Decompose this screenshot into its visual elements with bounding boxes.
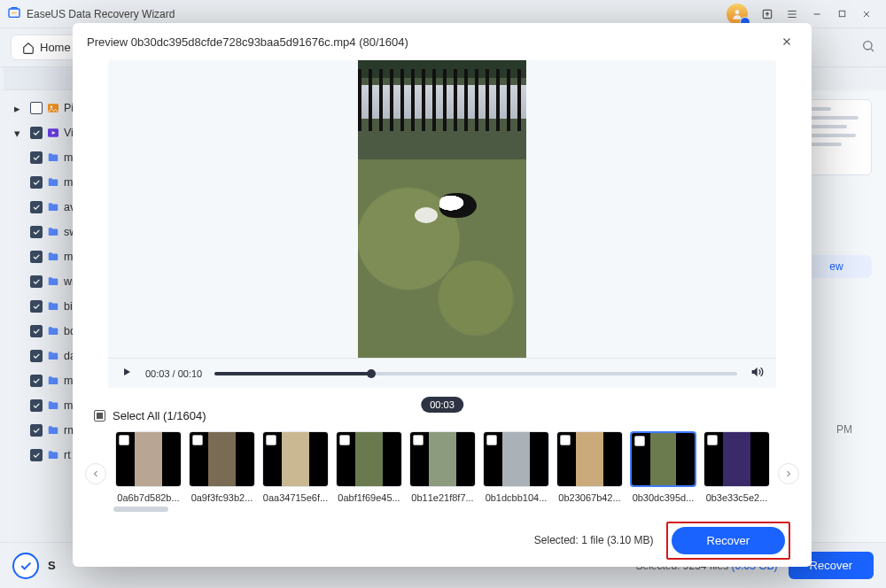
folder-icon [46,300,60,313]
seek-tooltip: 00:03 [421,397,463,413]
tree-checkbox[interactable] [30,399,43,412]
home-icon [22,42,35,54]
preview-modal: Preview 0b30dc395d8cfde728c93baa5d91676c… [73,23,812,567]
player-controls: 00:03 / 00:10 [108,358,776,388]
folder-icon [46,399,60,412]
thumb-checkbox[interactable] [266,435,276,445]
folder-icon [46,375,60,387]
thumb-checkbox[interactable] [486,435,497,445]
thumb-checkbox[interactable] [192,435,203,445]
scan-status-letter: S [48,559,56,572]
thumb-checkbox[interactable] [339,435,350,445]
folder-icon [46,226,60,238]
modal-selection-status: Selected: 1 file (3.10 MB) [534,534,654,546]
thumb-checkbox[interactable] [707,435,718,445]
folder-icon [46,251,60,263]
thumb-filename: 0abf1f69e45... [336,492,402,503]
tree-checkbox[interactable] [30,350,43,362]
tab-home-label: Home [40,41,71,54]
folder-icon [46,151,60,164]
side-preview-card [801,99,872,175]
thumb-filename: 0b30dc395d... [630,492,696,503]
tree-checkbox[interactable] [30,300,43,313]
tab-home[interactable]: Home [11,35,82,60]
thumb-filename: 0aa34715e6f... [262,492,329,503]
tree-checkbox[interactable] [30,375,43,387]
svg-point-1 [735,10,740,14]
thumbnail-item[interactable]: 0b30dc395d... [630,431,696,503]
modal-close-button[interactable] [776,31,797,52]
folder-icon [46,449,60,461]
select-all-checkbox[interactable] [94,410,105,422]
thumbnail-item[interactable]: 0a9f3fc93b2... [189,431,255,503]
user-avatar-icon[interactable] [727,4,748,25]
playback-time: 00:03 / 00:10 [145,368,202,379]
search-icon[interactable] [861,39,875,56]
thumb-filename: 0b23067b42... [556,492,623,503]
folder-icon [46,275,60,288]
thumb-checkbox[interactable] [119,435,129,445]
tree-checkbox[interactable] [30,201,43,213]
tree-checkbox[interactable] [30,102,43,114]
tree-checkbox[interactable] [30,127,43,139]
tree-label: rt [64,449,71,461]
chevron-down-icon: ▾ [14,127,27,140]
thumb-checkbox[interactable] [560,435,571,445]
play-button[interactable] [120,366,133,381]
folder-icon [46,201,60,213]
modal-header: Preview 0b30dc395d8cfde728c93baa5d91676c… [73,23,812,60]
minimize-icon[interactable] [804,4,829,25]
folder-icon [46,350,60,362]
thumb-filename: 0a6b7d582b... [115,492,182,503]
thumbnail-item[interactable]: 0b11e21f8f7... [409,431,476,503]
thumbnail-item[interactable]: 0b23067b42... [556,431,623,503]
thumb-filename: 0b3e33c5e2... [703,492,770,503]
thumb-filename: 0b1dcbb104... [483,492,549,503]
recover-button[interactable]: Recover [672,527,785,554]
thumbnail-item[interactable]: 0b3e33c5e2... [703,431,770,503]
maximize-icon[interactable] [829,4,854,25]
folder-icon [46,325,60,337]
thumb-checkbox[interactable] [634,436,645,446]
tree-checkbox[interactable] [30,176,43,189]
thumbnail-item[interactable]: 0abf1f69e45... [336,431,402,503]
video-stage: 00:03 / 00:10 00:03 [108,60,776,388]
thumbs-prev-button[interactable] [85,463,106,484]
thumb-checkbox[interactable] [413,435,424,445]
thumbnail-item[interactable]: 0a6b7d582b... [115,431,182,503]
app-icon [7,5,27,22]
folder-icon [46,424,60,437]
modal-title: Preview 0b30dc395d8cfde728c93baa5d91676c… [87,35,408,49]
volume-button[interactable] [750,365,764,382]
thumbs-next-button[interactable] [778,463,799,484]
app-title: EaseUS Data Recovery Wizard [27,8,727,20]
video-folder-icon [46,126,60,140]
picture-folder-icon [46,101,60,115]
chevron-right-icon: ▸ [14,102,27,115]
video-frame[interactable] [108,60,776,358]
svg-point-6 [51,105,53,108]
seek-slider[interactable] [214,372,737,375]
tree-checkbox[interactable] [30,325,43,337]
close-icon[interactable] [854,4,879,25]
upload-icon[interactable] [755,4,780,25]
thumb-filename: 0b11e21f8f7... [409,492,476,503]
thumb-filename: 0a9f3fc93b2... [189,492,255,503]
hamburger-icon[interactable] [780,4,804,25]
thumbnail-item[interactable]: 0b1dcbb104... [483,431,549,503]
scan-complete-icon [12,553,39,579]
folder-icon [46,176,60,189]
side-preview-button[interactable]: ew [801,255,872,278]
tree-checkbox[interactable] [30,449,43,461]
thumbs-scrollbar[interactable] [113,507,168,512]
svg-point-4 [864,42,872,50]
tree-checkbox[interactable] [30,275,43,288]
time-column-stub: PM [836,423,852,436]
tree-checkbox[interactable] [30,424,43,437]
tree-checkbox[interactable] [30,151,43,164]
tree-checkbox[interactable] [30,226,43,238]
modal-footer: Selected: 1 file (3.10 MB) Recover [73,514,812,567]
tree-checkbox[interactable] [30,251,43,263]
thumbnail-item[interactable]: 0aa34715e6f... [262,431,329,503]
thumbnail-strip: 0a6b7d582b...0a9f3fc93b2...0aa34715e6f..… [73,422,812,503]
